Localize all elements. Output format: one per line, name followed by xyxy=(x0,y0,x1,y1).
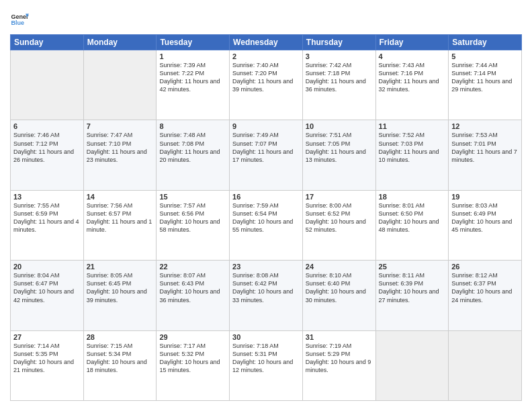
cell-info: Sunrise: 8:05 AM Sunset: 6:45 PM Dayligh… xyxy=(87,271,154,304)
calendar-cell: 11Sunrise: 7:52 AM Sunset: 7:03 PM Dayli… xyxy=(375,120,449,190)
cell-info: Sunrise: 7:57 AM Sunset: 6:56 PM Dayligh… xyxy=(159,201,226,234)
day-number: 22 xyxy=(159,263,226,271)
cell-info: Sunrise: 7:46 AM Sunset: 7:12 PM Dayligh… xyxy=(13,131,81,164)
cell-info: Sunrise: 7:48 AM Sunset: 7:08 PM Dayligh… xyxy=(159,131,226,164)
week-row-2: 13Sunrise: 7:55 AM Sunset: 6:59 PM Dayli… xyxy=(11,190,522,260)
calendar-cell: 21Sunrise: 8:05 AM Sunset: 6:45 PM Dayli… xyxy=(83,261,157,330)
day-number: 11 xyxy=(379,122,446,130)
calendar-cell: 23Sunrise: 8:08 AM Sunset: 6:42 PM Dayli… xyxy=(230,261,303,330)
day-number: 30 xyxy=(232,333,300,341)
calendar-cell: 4Sunrise: 7:43 AM Sunset: 7:16 PM Daylig… xyxy=(375,50,449,120)
cell-info: Sunrise: 8:03 AM Sunset: 6:49 PM Dayligh… xyxy=(451,201,519,234)
cell-info: Sunrise: 7:52 AM Sunset: 7:03 PM Dayligh… xyxy=(379,131,446,164)
weekday-header-row: SundayMondayTuesdayWednesdayThursdayFrid… xyxy=(11,35,522,50)
calendar: SundayMondayTuesdayWednesdayThursdayFrid… xyxy=(10,34,522,401)
day-number: 31 xyxy=(306,333,373,341)
day-number: 16 xyxy=(232,193,300,201)
week-row-0: 1Sunrise: 7:39 AM Sunset: 7:22 PM Daylig… xyxy=(11,50,522,120)
cell-info: Sunrise: 7:15 AM Sunset: 5:34 PM Dayligh… xyxy=(87,342,154,375)
day-number: 10 xyxy=(306,122,373,130)
cell-info: Sunrise: 7:40 AM Sunset: 7:20 PM Dayligh… xyxy=(232,61,300,94)
cell-info: Sunrise: 7:39 AM Sunset: 7:22 PM Dayligh… xyxy=(159,61,226,94)
day-number: 21 xyxy=(87,263,154,271)
weekday-tuesday: Tuesday xyxy=(157,35,230,50)
cell-info: Sunrise: 8:04 AM Sunset: 6:47 PM Dayligh… xyxy=(13,271,81,304)
week-row-4: 27Sunrise: 7:14 AM Sunset: 5:35 PM Dayli… xyxy=(11,330,522,400)
weekday-thursday: Thursday xyxy=(302,35,375,50)
calendar-cell: 26Sunrise: 8:12 AM Sunset: 6:37 PM Dayli… xyxy=(449,261,522,330)
cell-info: Sunrise: 7:43 AM Sunset: 7:16 PM Dayligh… xyxy=(379,61,446,94)
calendar-cell: 13Sunrise: 7:55 AM Sunset: 6:59 PM Dayli… xyxy=(11,190,84,260)
day-number: 18 xyxy=(379,193,446,201)
calendar-cell: 1Sunrise: 7:39 AM Sunset: 7:22 PM Daylig… xyxy=(157,50,230,120)
calendar-cell: 27Sunrise: 7:14 AM Sunset: 5:35 PM Dayli… xyxy=(11,330,84,400)
calendar-cell: 15Sunrise: 7:57 AM Sunset: 6:56 PM Dayli… xyxy=(157,190,230,260)
cell-info: Sunrise: 8:07 AM Sunset: 6:43 PM Dayligh… xyxy=(159,271,226,304)
calendar-cell: 18Sunrise: 8:01 AM Sunset: 6:50 PM Dayli… xyxy=(375,190,449,260)
day-number: 29 xyxy=(159,333,226,341)
day-number: 19 xyxy=(451,193,519,201)
day-number: 7 xyxy=(87,122,154,130)
day-number: 25 xyxy=(379,263,446,271)
week-row-1: 6Sunrise: 7:46 AM Sunset: 7:12 PM Daylig… xyxy=(11,120,522,190)
calendar-cell: 30Sunrise: 7:18 AM Sunset: 5:31 PM Dayli… xyxy=(230,330,303,400)
weekday-monday: Monday xyxy=(83,35,157,50)
calendar-cell: 2Sunrise: 7:40 AM Sunset: 7:20 PM Daylig… xyxy=(230,50,303,120)
logo-icon: General Blue xyxy=(10,10,29,29)
day-number: 14 xyxy=(87,193,154,201)
weekday-friday: Friday xyxy=(375,35,449,50)
cell-info: Sunrise: 8:01 AM Sunset: 6:50 PM Dayligh… xyxy=(379,201,446,234)
cell-info: Sunrise: 7:47 AM Sunset: 7:10 PM Dayligh… xyxy=(87,131,154,164)
calendar-cell: 5Sunrise: 7:44 AM Sunset: 7:14 PM Daylig… xyxy=(449,50,522,120)
calendar-cell: 31Sunrise: 7:19 AM Sunset: 5:29 PM Dayli… xyxy=(302,330,375,400)
day-number: 26 xyxy=(451,263,519,271)
logo: General Blue xyxy=(10,10,29,29)
calendar-cell xyxy=(11,50,84,120)
calendar-cell: 16Sunrise: 7:59 AM Sunset: 6:54 PM Dayli… xyxy=(230,190,303,260)
day-number: 17 xyxy=(306,193,373,201)
calendar-cell: 8Sunrise: 7:48 AM Sunset: 7:08 PM Daylig… xyxy=(157,120,230,190)
day-number: 12 xyxy=(451,122,519,130)
day-number: 3 xyxy=(306,52,373,60)
calendar-cell xyxy=(449,330,522,400)
weekday-saturday: Saturday xyxy=(449,35,522,50)
day-number: 1 xyxy=(159,52,226,60)
cell-info: Sunrise: 8:08 AM Sunset: 6:42 PM Dayligh… xyxy=(232,271,300,304)
day-number: 20 xyxy=(13,263,81,271)
day-number: 27 xyxy=(13,333,81,341)
calendar-cell: 25Sunrise: 8:11 AM Sunset: 6:39 PM Dayli… xyxy=(375,261,449,330)
day-number: 13 xyxy=(13,193,81,201)
calendar-cell: 24Sunrise: 8:10 AM Sunset: 6:40 PM Dayli… xyxy=(302,261,375,330)
calendar-cell: 17Sunrise: 8:00 AM Sunset: 6:52 PM Dayli… xyxy=(302,190,375,260)
cell-info: Sunrise: 7:53 AM Sunset: 7:01 PM Dayligh… xyxy=(451,131,519,164)
calendar-cell: 6Sunrise: 7:46 AM Sunset: 7:12 PM Daylig… xyxy=(11,120,84,190)
calendar-cell: 10Sunrise: 7:51 AM Sunset: 7:05 PM Dayli… xyxy=(302,120,375,190)
calendar-cell xyxy=(83,50,157,120)
day-number: 9 xyxy=(232,122,300,130)
cell-info: Sunrise: 7:42 AM Sunset: 7:18 PM Dayligh… xyxy=(306,61,373,94)
calendar-cell: 29Sunrise: 7:17 AM Sunset: 5:32 PM Dayli… xyxy=(157,330,230,400)
calendar-cell: 28Sunrise: 7:15 AM Sunset: 5:34 PM Dayli… xyxy=(83,330,157,400)
cell-info: Sunrise: 8:00 AM Sunset: 6:52 PM Dayligh… xyxy=(306,201,373,234)
calendar-cell: 14Sunrise: 7:56 AM Sunset: 6:57 PM Dayli… xyxy=(83,190,157,260)
day-number: 28 xyxy=(87,333,154,341)
cell-info: Sunrise: 7:14 AM Sunset: 5:35 PM Dayligh… xyxy=(13,342,81,375)
day-number: 2 xyxy=(232,52,300,60)
cell-info: Sunrise: 7:51 AM Sunset: 7:05 PM Dayligh… xyxy=(306,131,373,164)
cell-info: Sunrise: 7:59 AM Sunset: 6:54 PM Dayligh… xyxy=(232,201,300,234)
week-row-3: 20Sunrise: 8:04 AM Sunset: 6:47 PM Dayli… xyxy=(11,261,522,330)
cell-info: Sunrise: 7:19 AM Sunset: 5:29 PM Dayligh… xyxy=(306,342,373,375)
calendar-cell xyxy=(375,330,449,400)
calendar-cell: 12Sunrise: 7:53 AM Sunset: 7:01 PM Dayli… xyxy=(449,120,522,190)
cell-info: Sunrise: 7:18 AM Sunset: 5:31 PM Dayligh… xyxy=(232,342,300,375)
cell-info: Sunrise: 7:44 AM Sunset: 7:14 PM Dayligh… xyxy=(451,61,519,94)
day-number: 23 xyxy=(232,263,300,271)
calendar-cell: 9Sunrise: 7:49 AM Sunset: 7:07 PM Daylig… xyxy=(230,120,303,190)
header: General Blue xyxy=(10,10,522,29)
calendar-cell: 20Sunrise: 8:04 AM Sunset: 6:47 PM Dayli… xyxy=(11,261,84,330)
calendar-cell: 7Sunrise: 7:47 AM Sunset: 7:10 PM Daylig… xyxy=(83,120,157,190)
svg-text:Blue: Blue xyxy=(11,19,24,26)
calendar-cell: 22Sunrise: 8:07 AM Sunset: 6:43 PM Dayli… xyxy=(157,261,230,330)
cell-info: Sunrise: 8:10 AM Sunset: 6:40 PM Dayligh… xyxy=(306,271,373,304)
day-number: 6 xyxy=(13,122,81,130)
